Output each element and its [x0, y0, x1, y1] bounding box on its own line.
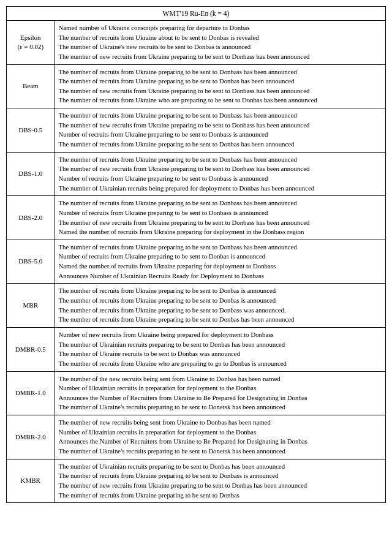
table-row: DMBR-2.0The number of new recruits being… — [7, 415, 385, 459]
sentence: The number of new recruits from Ukraine … — [59, 121, 382, 130]
main-table: WMT'19 Ru-En (k = 4) Epsilon(ε = 0.02)Na… — [6, 6, 386, 503]
sentence: The number of recruits from Ukraine who … — [59, 359, 382, 369]
sentence: The number of recruits from Ukraine prep… — [59, 315, 382, 325]
sentence: The number of recruits from Ukraine prep… — [59, 243, 382, 252]
row-label: KMBR — [7, 459, 55, 502]
sentence: The number of recruits from Ukraine prep… — [59, 296, 382, 306]
sentence: The number of Ukrainian recruits prepari… — [59, 462, 382, 472]
row-label: DMBR-0.5 — [7, 327, 55, 371]
table-row: DBS-2.0The number of recruits from Ukrai… — [7, 196, 385, 240]
sentence: The number of recruits from Ukraine prep… — [59, 111, 382, 121]
sentence: The number of new recruits from Ukraine … — [59, 164, 382, 174]
table-row: BeamThe number of recruits from Ukraine … — [7, 64, 385, 108]
sentence: Named the number of recruits from Ukrain… — [59, 227, 382, 237]
row-content: The number of recruits from Ukraine prep… — [55, 284, 385, 328]
table-row: KMBRThe number of Ukrainian recruits pre… — [7, 459, 385, 502]
sentence: The number of recruits from Ukraine prep… — [59, 491, 382, 501]
sentence: Number of new recruits from Ukraine bein… — [59, 330, 382, 340]
sentence: Number of recruits from Ukraine preparin… — [59, 174, 382, 184]
sentence: The number of recruits from Ukraine abou… — [59, 33, 382, 43]
sentence: The number of recruits from Ukraine prep… — [59, 198, 382, 208]
sentence: The number of recruits from Ukraine prep… — [59, 77, 382, 86]
sentence: Named the number of recruits from Ukrain… — [59, 262, 382, 271]
row-content: The number of Ukrainian recruits prepari… — [55, 459, 385, 502]
sentence: The number of new recruits from Ukraine … — [59, 52, 382, 62]
row-label: MBR — [7, 284, 55, 328]
sentence: The number of new recruits from Ukraine … — [59, 481, 382, 491]
row-content: The number of recruits from Ukraine prep… — [55, 108, 385, 153]
table-header-row: WMT'19 Ru-En (k = 4) — [7, 7, 385, 21]
sentence: Number of Ukrainian recruits in preparat… — [59, 428, 382, 437]
table-row: Epsilon(ε = 0.02)Named number of Ukraine… — [7, 21, 385, 65]
table-row: DBS-1.0The number of recruits from Ukrai… — [7, 152, 385, 196]
row-label: DBS-2.0 — [7, 196, 55, 240]
sentence: The number of recruits from Ukraine prep… — [59, 306, 382, 316]
sentence: Number of recruits from Ukraine preparin… — [59, 130, 382, 140]
row-content: The number of the new recruits being sen… — [55, 371, 385, 415]
row-label: DMBR-1.0 — [7, 371, 55, 415]
row-label: DBS-0.5 — [7, 108, 55, 153]
table-row: DMBR-1.0The number of the new recruits b… — [7, 371, 385, 415]
table-title: WMT'19 Ru-En (k = 4) — [7, 7, 385, 21]
row-content: The number of recruits from Ukraine prep… — [55, 196, 385, 240]
row-label: DMBR-2.0 — [7, 415, 55, 459]
sentence: The number of Ukrainian recruits prepari… — [59, 340, 382, 350]
sentence: Named number of Ukraine conscripts prepa… — [59, 23, 382, 33]
sentence: The number of recruits from Ukraine prep… — [59, 471, 382, 481]
sentence: The number of recruits from Ukraine prep… — [59, 140, 382, 149]
row-label: DBS-5.0 — [7, 240, 55, 284]
sentence: Number of Ukrainian recruits in preparat… — [59, 384, 382, 393]
row-label: Beam — [7, 64, 55, 108]
row-content: Number of new recruits from Ukraine bein… — [55, 327, 385, 371]
row-content: The number of recruits from Ukraine prep… — [55, 152, 385, 196]
table-row: DMBR-0.5Number of new recruits from Ukra… — [7, 327, 385, 371]
sentence: The number of new recruits from Ukraine … — [59, 218, 382, 228]
sentence: Number of recruits from Ukraine preparin… — [59, 252, 382, 262]
row-content: The number of new recruits being sent fr… — [55, 415, 385, 459]
row-label: Epsilon(ε = 0.02) — [7, 21, 55, 65]
sentence: Announces the Number of Recruiters from … — [59, 437, 382, 447]
sentence: The number of new recruits being sent fr… — [59, 418, 382, 428]
sentence: The number of Ukraine's recruits prepari… — [59, 403, 382, 412]
row-content: Named number of Ukraine conscripts prepa… — [55, 21, 385, 65]
sentence: The number of Ukrainian recruits being p… — [59, 184, 382, 194]
sentence: The number of recruits from Ukraine who … — [59, 96, 382, 105]
sentence: The number of new recruits from Ukraine … — [59, 86, 382, 96]
sentence: Announces Number of Ukrainian Recruits R… — [59, 271, 382, 281]
sentence: The number of recruits from Ukraine prep… — [59, 286, 382, 296]
sentence: The number of Ukraine's recruits prepari… — [59, 447, 382, 456]
row-label: DBS-1.0 — [7, 152, 55, 196]
sentence: Number of recruits from Ukraine preparin… — [59, 208, 382, 218]
sentence: The number of Ukraine recruits to be sen… — [59, 349, 382, 359]
sentence: Announces the Number of Recruiters from … — [59, 393, 382, 403]
row-content: The number of recruits from Ukraine prep… — [55, 240, 385, 284]
sentence: The number of recruits from Ukraine prep… — [59, 67, 382, 77]
sentence: The number of recruits from Ukraine prep… — [59, 155, 382, 165]
table-row: DBS-0.5The number of recruits from Ukrai… — [7, 108, 385, 153]
row-content: The number of recruits from Ukraine prep… — [55, 64, 385, 108]
table-row: DBS-5.0The number of recruits from Ukrai… — [7, 240, 385, 284]
sentence: The number of the new recruits being sen… — [59, 374, 382, 384]
sentence: The number of Ukraine's new recruits to … — [59, 42, 382, 52]
table-row: MBRThe number of recruits from Ukraine p… — [7, 284, 385, 328]
